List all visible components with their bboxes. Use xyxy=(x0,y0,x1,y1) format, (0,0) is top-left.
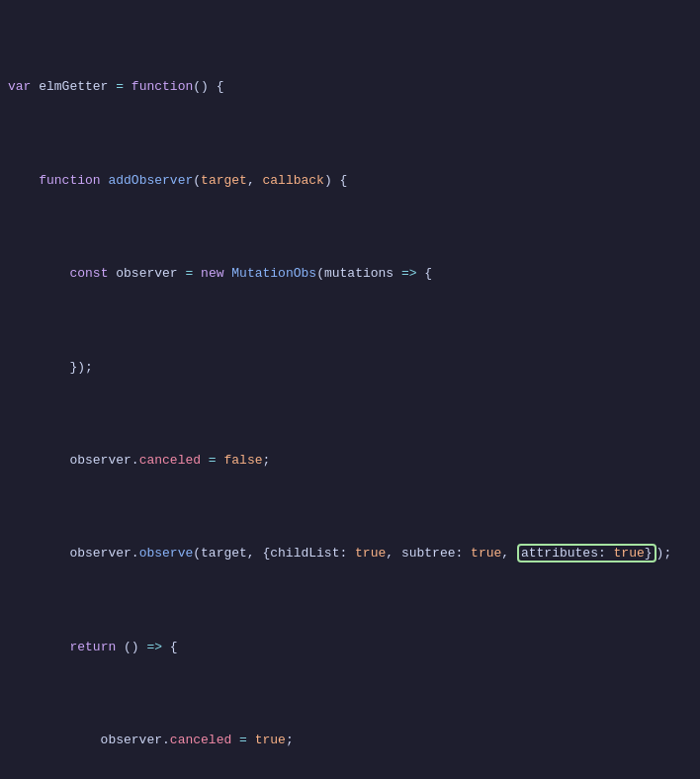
code-editor: var elmGetter = function() { function ad… xyxy=(0,0,700,779)
code-line-2: function addObserver(target, callback) { xyxy=(0,172,700,191)
code-line-4: }); xyxy=(0,359,700,378)
code-line-1: var elmGetter = function() { xyxy=(0,78,700,97)
code-line-8: observer.canceled = true; xyxy=(0,732,700,750)
code-line-3: const observer = new MutationObs(mutatio… xyxy=(0,265,700,284)
code-line-6: observer.observe(target, {childList: tru… xyxy=(0,545,700,563)
code-line-7: return () => { xyxy=(0,639,700,657)
code-line-5: observer.canceled = false; xyxy=(0,452,700,471)
